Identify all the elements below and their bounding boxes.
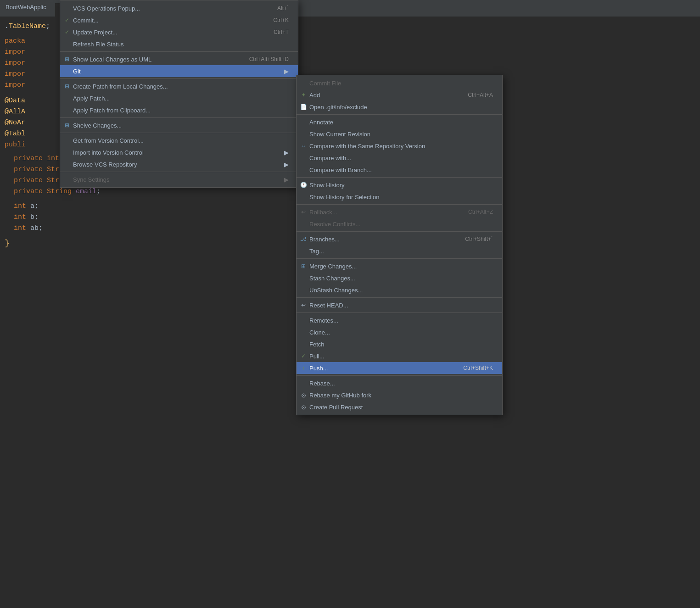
git-label: Git [73,68,81,75]
branches-icon: ⎇ [299,236,308,242]
sync-settings-arrow-icon: ▶ [275,176,289,183]
menu-item-apply-patch-clipboard[interactable]: Apply Patch from Clipboard... [60,104,298,116]
menu-item-commit[interactable]: ✓ Commit... Ctrl+K [60,14,298,26]
rebase-label: Rebase... [309,380,335,387]
git-menu-remotes[interactable]: Remotes... [297,314,502,326]
git-arrow-icon: ▶ [275,68,289,75]
git-menu-add[interactable]: + Add Ctrl+Alt+A [297,89,502,101]
show-local-changes-label: Show Local Changes as UML [73,56,151,63]
git-submenu: Commit File + Add Ctrl+Alt+A 📄 Open .git… [296,75,503,415]
menu-item-sync-settings: Sync Settings ▶ [60,173,298,185]
git-menu-push[interactable]: ↑ Push... Ctrl+Shift+K [297,362,502,374]
menu-item-import-vcs[interactable]: Import into Version Control ▶ [60,146,298,158]
compare-same-label: Compare with the Same Repository Version [309,143,425,150]
refresh-status-label: Refresh File Status [73,41,124,48]
menu-item-browse-vcs[interactable]: Browse VCS Repository ▶ [60,158,298,170]
resolve-conflicts-label: Resolve Conflicts... [309,221,360,228]
push-shortcut: Ctrl+Shift+K [445,365,493,371]
rebase-github-label: Rebase my GitHub fork [309,392,371,399]
unstash-changes-label: UnStash Changes... [309,287,363,294]
git-menu-compare-same[interactable]: ↔ Compare with the Same Repository Versi… [297,140,502,152]
git-separator-8 [297,375,502,376]
git-menu-annotate[interactable]: Annotate [297,116,502,128]
git-menu-pull[interactable]: ✓ Pull... [297,350,502,362]
git-separator-7 [297,312,502,313]
menu-item-create-patch[interactable]: ⊟ Create Patch from Local Changes... [60,80,298,92]
git-menu-branches[interactable]: ⎇ Branches... Ctrl+Shift+` [297,233,502,245]
git-menu-stash-changes[interactable]: Stash Changes... [297,272,502,284]
git-menu-rebase[interactable]: Rebase... [297,377,502,389]
push-label: Push... [309,365,328,372]
merge-changes-icon: ⊞ [299,263,308,269]
menu-item-git[interactable]: Git ▶ [60,65,298,77]
git-menu-rebase-github[interactable]: ⊙ Rebase my GitHub fork [297,389,502,401]
menu-item-get-from-vcs[interactable]: Get from Version Control... [60,134,298,146]
apply-patch-clipboard-label: Apply Patch from Clipboard... [73,107,151,114]
show-local-changes-shortcut: Ctrl+Alt+Shift+D [231,56,289,62]
git-menu-reset-head[interactable]: ↩ Reset HEAD... [297,299,502,311]
create-patch-label: Create Patch from Local Changes... [73,83,168,90]
update-project-check-icon: ✓ [63,29,71,35]
commit-shortcut: Ctrl+K [255,17,289,23]
git-separator-5 [297,258,502,259]
show-current-revision-label: Show Current Revision [309,131,370,138]
commit-label: Commit... [73,17,99,24]
git-separator-4 [297,231,502,232]
show-history-selection-label: Show History for Selection [309,194,379,201]
browse-vcs-arrow-icon: ▶ [275,161,289,168]
shelve-changes-icon: ⊞ [63,122,71,128]
git-menu-unstash-changes[interactable]: UnStash Changes... [297,284,502,296]
reset-head-label: Reset HEAD... [309,302,348,309]
commit-file-label: Commit File [309,80,341,87]
app-title: BootWebApplic [0,0,52,14]
vcs-operations-shortcut: Alt+` [259,5,289,11]
menu-item-refresh-status[interactable]: Refresh File Status [60,38,298,50]
shelve-changes-label: Shelve Changes... [73,122,122,129]
fetch-label: Fetch [309,341,325,348]
menu-item-shelve-changes[interactable]: ⊞ Shelve Changes... [60,119,298,131]
vcs-context-menu: VCS Operations Popup... Alt+` ✓ Commit..… [60,0,298,188]
update-project-label: Update Project... [73,29,118,36]
rebase-github-icon: ⊙ [299,392,308,399]
git-separator-1 [297,114,502,115]
menu-item-show-local-changes[interactable]: ⊞ Show Local Changes as UML Ctrl+Alt+Shi… [60,53,298,65]
code-line-int-ab: int ab; [5,223,294,234]
git-menu-open-gitinfo[interactable]: 📄 Open .git/info/exclude [297,101,502,113]
git-menu-fetch[interactable]: Fetch [297,338,502,350]
menu-item-apply-patch[interactable]: Apply Patch... [60,92,298,104]
clone-label: Clone... [309,329,330,336]
add-label: Add [309,92,320,99]
menu-item-vcs-operations[interactable]: VCS Operations Popup... Alt+` [60,2,298,14]
create-pr-label: Create Pull Request [309,404,363,411]
rollback-icon: ↩ [299,209,308,215]
compare-with-label: Compare with... [309,155,351,162]
pull-icon: ✓ [299,353,308,359]
separator-3 [60,117,298,118]
git-menu-compare-branch[interactable]: Compare with Branch... [297,164,502,176]
git-menu-show-history-selection[interactable]: Show History for Selection [297,191,502,203]
git-menu-tag[interactable]: Tag... [297,245,502,257]
rollback-shortcut: Ctrl+Alt+Z [450,209,493,215]
apply-patch-label: Apply Patch... [73,95,110,102]
git-menu-merge-changes[interactable]: ⊞ Merge Changes... [297,260,502,272]
vcs-operations-label: VCS Operations Popup... [73,5,140,12]
get-from-vcs-label: Get from Version Control... [73,137,144,144]
add-icon: + [299,92,308,98]
code-line-closing-brace: } [5,237,294,250]
compare-same-icon: ↔ [299,143,308,149]
git-menu-clone[interactable]: Clone... [297,326,502,338]
git-menu-create-pr[interactable]: ⊙ Create Pull Request [297,401,502,413]
git-menu-rollback: ↩ Rollback... Ctrl+Alt+Z [297,206,502,218]
git-menu-compare-with[interactable]: Compare with... [297,152,502,164]
import-vcs-arrow-icon: ▶ [275,149,289,156]
git-menu-show-current-revision[interactable]: Show Current Revision [297,128,502,140]
branches-label: Branches... [309,236,340,243]
remotes-label: Remotes... [309,317,338,324]
update-project-shortcut: Ctrl+T [255,29,289,35]
sync-settings-label: Sync Settings [73,176,110,183]
git-menu-show-history[interactable]: 🕐 Show History [297,179,502,191]
menu-item-update-project[interactable]: ✓ Update Project... Ctrl+T [60,26,298,38]
branches-shortcut: Ctrl+Shift+` [447,236,493,242]
tag-label: Tag... [309,248,324,255]
git-separator-6 [297,297,502,298]
